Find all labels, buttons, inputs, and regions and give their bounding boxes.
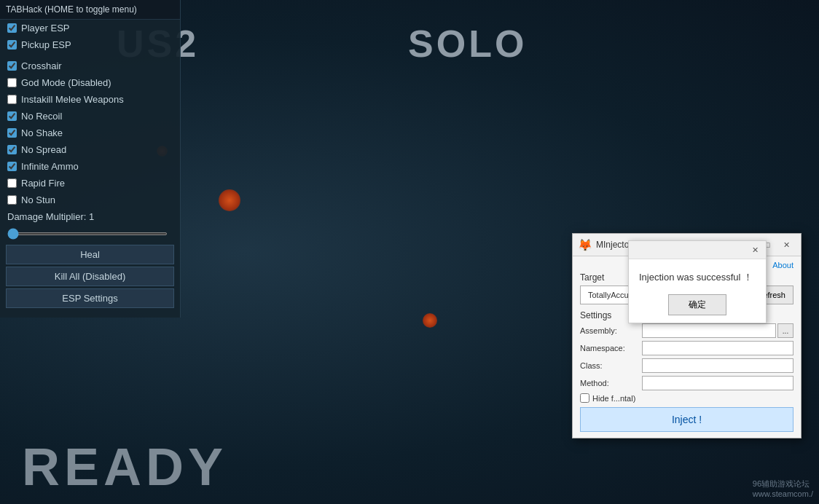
minjector-close-btn[interactable]: ✕	[777, 238, 795, 251]
hack-item-no-spread[interactable]: No Spread	[0, 141, 180, 158]
assembly-row: Assembly: ...	[580, 323, 793, 338]
hack-item-rapid-fire[interactable]: Rapid Fire	[0, 175, 180, 192]
inject-button[interactable]: Inject !	[580, 407, 793, 432]
hack-checkbox-infinite-ammo[interactable]	[7, 162, 17, 171]
watermark-line2: www.steamcom./	[753, 489, 813, 498]
hack-label-pickup-esp: Pickup ESP	[21, 39, 71, 50]
minjector-icon: 🦊	[579, 238, 592, 251]
namespace-input[interactable]	[642, 341, 793, 355]
hack-label-player-esp: Player ESP	[21, 23, 69, 34]
class-row: Class:	[580, 358, 793, 373]
hide-checkbox-row: Hide f...ntal)	[580, 393, 793, 403]
assembly-browse-btn[interactable]: ...	[777, 323, 793, 338]
hack-label-god-mode: God Mode (Disabled)	[21, 77, 111, 88]
hack-checkbox-no-shake[interactable]	[7, 128, 17, 138]
hack-checkbox-instakill-melee[interactable]	[7, 95, 17, 104]
success-dialog-body: Injection was successful ！ 确定	[629, 259, 766, 323]
hack-label-no-spread: No Spread	[21, 144, 66, 155]
damage-multiplier-label: Damage Multiplier: 1	[0, 208, 180, 224]
heal-button[interactable]: Heal	[6, 245, 174, 264]
hack-label-no-recoil: No Recoil	[21, 111, 62, 122]
damage-slider-container[interactable]	[0, 224, 180, 243]
hack-label-rapid-fire: Rapid Fire	[21, 178, 65, 189]
hack-items-list: Player ESPPickup ESPCrosshairGod Mode (D…	[0, 20, 180, 208]
namespace-label: Namespace:	[580, 344, 642, 353]
hack-label-crosshair: Crosshair	[21, 60, 62, 71]
success-dialog-titlebar: ✕	[629, 241, 766, 259]
hack-checkbox-no-stun[interactable]	[7, 195, 17, 205]
hack-checkbox-rapid-fire[interactable]	[7, 178, 17, 188]
hack-item-player-esp[interactable]: Player ESP	[0, 20, 180, 36]
hack-item-no-shake[interactable]: No Shake	[0, 125, 180, 141]
kill-all-button[interactable]: Kill All (Disabled)	[6, 267, 174, 286]
decoration-blob-2	[423, 313, 437, 328]
hack-buttons-list: HealKill All (Disabled)ESP Settings	[0, 245, 180, 308]
hack-label-no-stun: No Stun	[21, 194, 55, 205]
class-label: Class:	[580, 361, 642, 370]
esp-settings-button[interactable]: ESP Settings	[6, 288, 174, 308]
hack-checkbox-player-esp[interactable]	[7, 23, 17, 33]
settings-section: Settings Assembly: ... Namespace: Class:…	[580, 310, 793, 403]
watermark: 96辅助游戏论坛 www.steamcom./	[753, 479, 813, 498]
hack-panel-title: TABHack (HOME to toggle menu)	[0, 0, 180, 20]
game-ready-text: READY	[22, 437, 227, 497]
assembly-label: Assembly:	[580, 326, 642, 335]
hack-label-infinite-ammo: Infinite Ammo	[21, 161, 79, 172]
hack-item-crosshair[interactable]: Crosshair	[0, 58, 180, 74]
hide-checkbox[interactable]	[580, 393, 589, 403]
hack-item-pickup-esp[interactable]: Pickup ESP	[0, 36, 180, 53]
ok-button[interactable]: 确定	[668, 294, 726, 315]
hack-label-instakill-melee: Instakill Melee Weapons	[21, 94, 124, 105]
hack-item-instakill-melee[interactable]: Instakill Melee Weapons	[0, 91, 180, 108]
dialog-close-btn[interactable]: ✕	[748, 244, 761, 256]
hack-checkbox-no-spread[interactable]	[7, 145, 17, 154]
success-message: Injection was successful ！	[639, 271, 756, 284]
hack-item-no-stun[interactable]: No Stun	[0, 192, 180, 208]
hack-checkbox-pickup-esp[interactable]	[7, 40, 17, 50]
success-dialog: ✕ Injection was successful ！ 确定	[628, 240, 767, 323]
hack-item-no-recoil[interactable]: No Recoil	[0, 108, 180, 125]
hack-item-god-mode[interactable]: God Mode (Disabled)	[0, 74, 180, 91]
hide-label: Hide f...ntal)	[592, 394, 635, 403]
game-mode-text: SOLO	[408, 22, 527, 66]
watermark-line1: 96辅助游戏论坛	[753, 479, 813, 489]
damage-multiplier-slider[interactable]	[7, 232, 168, 235]
fox-icon: 🦊	[578, 238, 592, 252]
hack-item-infinite-ammo[interactable]: Infinite Ammo	[0, 158, 180, 175]
assembly-input[interactable]	[642, 323, 776, 338]
class-input[interactable]	[642, 358, 793, 373]
method-row: Method:	[580, 376, 793, 390]
method-input[interactable]	[642, 376, 793, 390]
hack-checkbox-god-mode[interactable]	[7, 78, 17, 87]
hack-checkbox-crosshair[interactable]	[7, 61, 17, 71]
decoration-blob-1	[219, 189, 240, 211]
hack-panel: TABHack (HOME to toggle menu) Player ESP…	[0, 0, 181, 318]
hack-label-no-shake: No Shake	[21, 127, 63, 138]
hack-checkbox-no-recoil[interactable]	[7, 111, 17, 121]
method-label: Method:	[580, 379, 642, 387]
namespace-row: Namespace:	[580, 341, 793, 355]
